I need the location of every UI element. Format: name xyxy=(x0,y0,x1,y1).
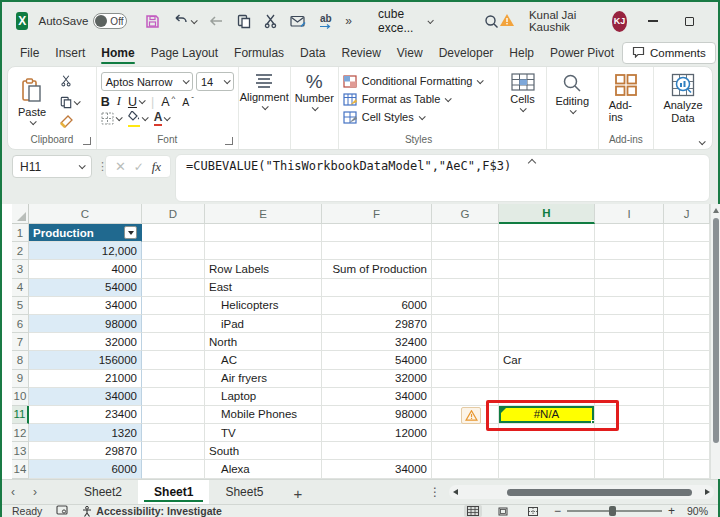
cut-button[interactable] xyxy=(60,75,79,90)
cell-j13[interactable] xyxy=(664,442,710,460)
cell-e13[interactable]: South xyxy=(205,442,322,460)
cell-d4[interactable] xyxy=(142,279,205,297)
cell-c11[interactable]: 23400 xyxy=(29,406,142,424)
page-break-view-icon[interactable] xyxy=(524,505,542,517)
cell-j10[interactable] xyxy=(664,388,710,406)
cell-g12[interactable] xyxy=(432,424,499,442)
ribbon-tab-power-pivot[interactable]: Power Pivot xyxy=(542,42,622,66)
alignment-button[interactable]: Alignment xyxy=(243,72,286,111)
cell-c2[interactable]: 12,000 xyxy=(29,242,142,260)
cell-d10[interactable] xyxy=(142,388,205,406)
cell-i6[interactable] xyxy=(595,315,664,333)
row-header-4[interactable]: 4 xyxy=(12,279,29,297)
cell-h9[interactable] xyxy=(499,370,595,388)
error-warning-button[interactable] xyxy=(461,407,481,424)
cell-g4[interactable] xyxy=(432,279,499,297)
cell-c5[interactable]: 34000 xyxy=(29,297,142,315)
cell-g3[interactable] xyxy=(432,260,499,278)
cell-i14[interactable] xyxy=(595,460,664,478)
cell-d14[interactable] xyxy=(142,460,205,478)
italic-button[interactable]: I xyxy=(117,94,121,109)
select-all-corner[interactable] xyxy=(12,204,29,224)
cell-h5[interactable] xyxy=(499,297,595,315)
cell-h2[interactable] xyxy=(499,242,595,260)
cell-j2[interactable] xyxy=(664,242,710,260)
bold-button[interactable]: B xyxy=(101,95,110,109)
column-header-i[interactable]: I xyxy=(595,204,664,224)
cell-e10[interactable]: Laptop xyxy=(205,388,322,406)
enter-icon[interactable]: ✓ xyxy=(134,160,144,174)
number-button[interactable]: % Number xyxy=(295,72,334,112)
row-header-3[interactable]: 3 xyxy=(12,260,29,278)
sheet-next-icon[interactable]: › xyxy=(24,485,46,499)
sheet-tab-menu-icon[interactable]: ⋮ xyxy=(429,485,449,499)
cell-h3[interactable] xyxy=(499,260,595,278)
close-button[interactable]: × xyxy=(714,8,720,34)
cell-d13[interactable] xyxy=(142,442,205,460)
clipboard-dialog-launcher[interactable] xyxy=(83,137,91,145)
cell-d9[interactable] xyxy=(142,370,205,388)
column-header-g[interactable]: G xyxy=(432,204,499,224)
copy-icon[interactable] xyxy=(237,14,251,29)
cell-f14[interactable]: 34000 xyxy=(322,460,432,478)
cell-h4[interactable] xyxy=(499,279,595,297)
cell-f1[interactable] xyxy=(322,224,432,242)
cell-g6[interactable] xyxy=(432,315,499,333)
sheet-tab-sheet1[interactable]: Sheet1 xyxy=(138,480,209,504)
row-header-10[interactable]: 10 xyxy=(12,388,29,406)
name-box[interactable]: H11 xyxy=(12,155,92,178)
cell-i5[interactable] xyxy=(595,297,664,315)
row-header-12[interactable]: 12 xyxy=(12,424,29,442)
minimize-button[interactable] xyxy=(641,8,664,34)
cell-d12[interactable] xyxy=(142,424,205,442)
ribbon-tab-view[interactable]: View xyxy=(389,42,431,66)
ribbon-tab-help[interactable]: Help xyxy=(501,42,542,66)
ribbon-tab-insert[interactable]: Insert xyxy=(47,42,93,66)
cell-g13[interactable] xyxy=(432,442,499,460)
cell-e9[interactable]: Air fryers xyxy=(205,370,322,388)
cell-c9[interactable]: 21000 xyxy=(29,370,142,388)
save-icon[interactable] xyxy=(145,14,160,29)
cell-c12[interactable]: 1320 xyxy=(29,424,142,442)
cell-e2[interactable] xyxy=(205,242,322,260)
cell-f6[interactable]: 29870 xyxy=(322,315,432,333)
cell-d1[interactable] xyxy=(142,224,205,242)
comments-button[interactable]: Comments xyxy=(622,42,716,64)
font-size-select[interactable]: 14 xyxy=(196,72,234,91)
cell-styles-button[interactable]: Cell Styles xyxy=(343,108,495,126)
document-title[interactable]: cube exce... xyxy=(378,7,432,35)
cell-g2[interactable] xyxy=(432,242,499,260)
cut-icon[interactable] xyxy=(264,14,277,29)
row-header-9[interactable]: 9 xyxy=(12,370,29,388)
zoom-out-icon[interactable]: − xyxy=(554,504,561,517)
cell-h10[interactable] xyxy=(499,388,595,406)
mail-icon[interactable] xyxy=(290,15,306,28)
filter-dropdown-button[interactable] xyxy=(124,226,137,239)
horizontal-scrollbar[interactable] xyxy=(449,485,714,499)
scroll-right-icon[interactable] xyxy=(705,489,710,495)
page-layout-view-icon[interactable] xyxy=(494,505,512,517)
cell-i1[interactable] xyxy=(595,224,664,242)
row-header-13[interactable]: 13 xyxy=(12,442,29,460)
cell-c10[interactable]: 34000 xyxy=(29,388,142,406)
cell-d8[interactable] xyxy=(142,351,205,369)
cell-h12[interactable] xyxy=(499,424,595,442)
cell-f3[interactable]: Sum of Production xyxy=(322,260,432,278)
cell-i11[interactable] xyxy=(595,406,664,424)
fill-color-button[interactable] xyxy=(128,111,147,127)
row-header-6[interactable]: 6 xyxy=(12,315,29,333)
zoom-level[interactable]: 90% xyxy=(687,505,708,517)
cell-e12[interactable]: TV xyxy=(205,424,322,442)
addins-button[interactable]: Add-ins xyxy=(603,72,649,124)
cell-c4[interactable]: 54000 xyxy=(29,279,142,297)
column-header-j[interactable]: J xyxy=(664,204,710,224)
cell-f2[interactable] xyxy=(322,242,432,260)
cell-g5[interactable] xyxy=(432,297,499,315)
cell-j4[interactable] xyxy=(664,279,710,297)
cell-j6[interactable] xyxy=(664,315,710,333)
row-header-14[interactable]: 14 xyxy=(12,460,29,478)
cell-f7[interactable]: 32400 xyxy=(322,333,432,351)
macro-record-icon[interactable] xyxy=(56,505,68,517)
column-header-f[interactable]: F xyxy=(322,204,432,224)
scroll-left-icon[interactable] xyxy=(453,489,458,495)
